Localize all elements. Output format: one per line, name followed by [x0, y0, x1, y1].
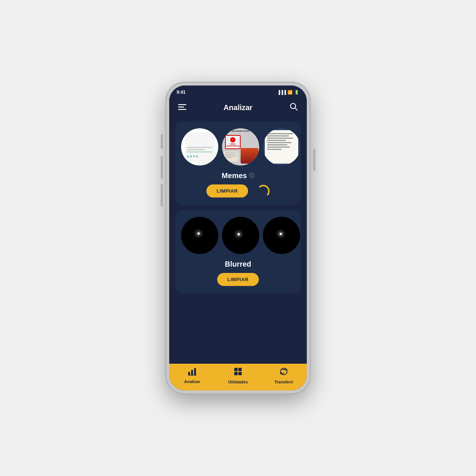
utilidades-label: Utilidades	[228, 380, 248, 384]
svg-rect-12	[238, 372, 242, 375]
wifi-icon: 📶	[287, 90, 293, 95]
meme-thumb-3[interactable]	[263, 128, 300, 165]
nav-item-transferir[interactable]: Transferir	[261, 367, 307, 384]
nav-item-utilidades[interactable]: Utilidades	[215, 367, 261, 384]
meme-thumb-3-paper	[265, 130, 298, 164]
memes-info-icon[interactable]: ⓘ	[249, 173, 254, 179]
blurred-action-row: LIMPIAR	[181, 273, 295, 286]
svg-rect-11	[234, 372, 238, 375]
meme-thumb-3-lines	[265, 130, 298, 153]
nav-item-analizar[interactable]: Analizar	[169, 367, 215, 384]
signal-icon: ▐▐▐	[277, 90, 286, 94]
meme-thumb-2-text: epccionada es poco	[232, 130, 250, 132]
phone-frame: 9:41 ▐▐▐ 📶 🔋 Analizar	[165, 82, 311, 394]
svg-rect-1	[178, 107, 184, 108]
blurred-dot-1	[197, 232, 200, 235]
power-button	[313, 149, 315, 171]
svg-rect-5	[188, 372, 190, 375]
svg-rect-9	[234, 368, 238, 371]
status-icons: ▐▐▐ 📶 🔋	[277, 90, 299, 95]
blurred-thumbnails	[181, 217, 295, 254]
blurred-thumb-2[interactable]	[222, 217, 259, 254]
meme-thumb-1[interactable]	[181, 128, 218, 165]
battery-icon: 🔋	[294, 90, 299, 95]
volume-down-button	[161, 184, 163, 206]
blurred-thumb-3[interactable]	[263, 217, 300, 254]
scroll-content: epccionada es poco ! Alertamantenimiento	[169, 118, 307, 364]
memes-thumbnails: epccionada es poco ! Alertamantenimiento	[181, 128, 295, 165]
blurred-title-row: Blurred	[181, 260, 295, 268]
memes-action-row: LIMPIAR	[181, 184, 295, 197]
svg-rect-0	[178, 104, 186, 105]
memes-card: epccionada es poco ! Alertamantenimiento	[175, 122, 301, 205]
memes-limpiar-button[interactable]: LIMPIAR	[206, 184, 248, 197]
svg-rect-6	[191, 370, 193, 375]
transferir-label: Transferir	[274, 380, 293, 384]
search-icon[interactable]	[290, 103, 298, 113]
analizar-label: Analizar	[184, 379, 200, 384]
mute-button	[161, 134, 163, 149]
memes-title-row: Memes ⓘ	[181, 171, 295, 180]
svg-line-4	[295, 108, 298, 110]
utilidades-icon	[234, 367, 242, 378]
blurred-title: Blurred	[225, 260, 251, 268]
meme-thumb-2[interactable]: epccionada es poco ! Alertamantenimiento	[222, 128, 259, 165]
blurred-card: Blurred LIMPIAR	[175, 210, 301, 293]
meme-thumb-2-paper	[224, 151, 238, 162]
memes-title: Memes	[222, 171, 247, 180]
bottom-navigation: Analizar Utilidades	[169, 364, 307, 390]
svg-rect-7	[194, 368, 196, 375]
app-header: Analizar	[169, 99, 307, 118]
svg-rect-2	[178, 109, 186, 110]
memes-loading-spinner	[257, 185, 270, 197]
status-time: 9:41	[177, 90, 186, 95]
meme-thumb-2-bg	[241, 148, 258, 164]
menu-icon[interactable]	[178, 103, 186, 112]
svg-point-15	[280, 373, 282, 374]
svg-rect-10	[238, 368, 242, 371]
transferir-icon	[279, 367, 289, 378]
blurred-dot-3	[280, 233, 282, 235]
meme-thumb-2-sign: ! Alertamantenimiento	[225, 135, 241, 149]
blurred-limpiar-button[interactable]: LIMPIAR	[217, 273, 259, 286]
page-title: Analizar	[223, 103, 253, 112]
svg-point-14	[286, 369, 287, 371]
phone-screen: 9:41 ▐▐▐ 📶 🔋 Analizar	[169, 86, 307, 390]
blurred-dot-2	[238, 233, 240, 235]
analizar-icon	[188, 367, 197, 378]
volume-up-button	[161, 156, 163, 178]
notch	[216, 86, 260, 96]
blurred-thumb-1[interactable]	[181, 217, 218, 254]
